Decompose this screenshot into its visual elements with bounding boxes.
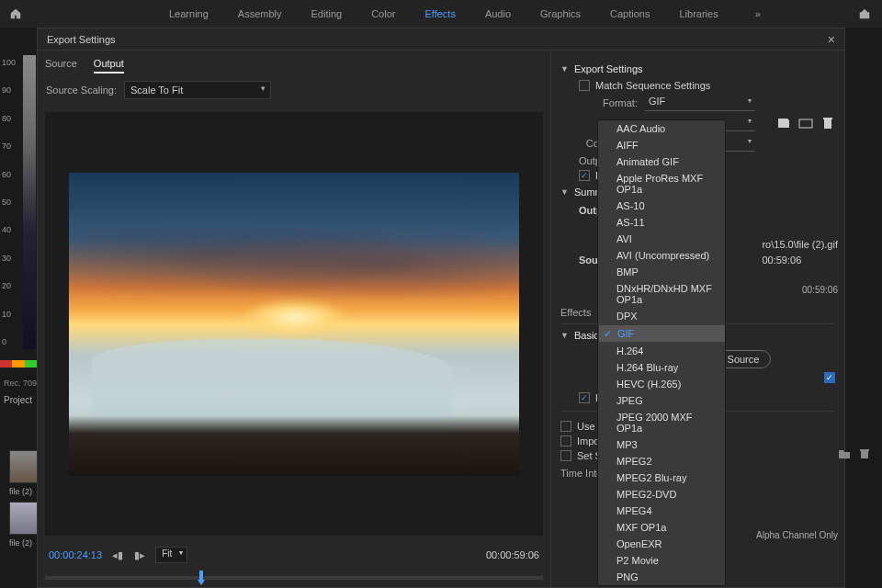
trash-icon[interactable]	[858, 448, 871, 459]
scope-ruler: 1009080706050403020100	[0, 51, 18, 354]
twirl-icon[interactable]: ▼	[560, 187, 569, 197]
tab-editing[interactable]: Editing	[311, 8, 343, 19]
format-option[interactable]: JPEG	[598, 392, 725, 409]
format-option[interactable]: Apple ProRes MXF OP1a	[598, 170, 725, 198]
zoom-select[interactable]: Fit	[155, 547, 187, 563]
format-option[interactable]: HEVC (H.265)	[598, 376, 725, 392]
preview-pane: Source Output Source Scaling: Scale To F…	[38, 51, 550, 587]
tab-effects[interactable]: Effects	[424, 8, 455, 19]
link-dimensions-checkbox[interactable]	[824, 372, 835, 383]
match-sequence-checkbox[interactable]: Match Sequence Settings	[579, 80, 835, 91]
tab-output[interactable]: Output	[94, 58, 124, 74]
format-option[interactable]: BMP	[598, 264, 725, 280]
scope-colorbar	[0, 360, 37, 373]
format-option[interactable]: DPX	[598, 308, 725, 324]
format-option[interactable]: DNxHR/DNxHD MXF OP1a	[598, 280, 725, 308]
project-panel-label: Project	[4, 395, 32, 405]
tab-audio[interactable]: Audio	[485, 8, 511, 19]
format-option[interactable]: MP3	[598, 436, 725, 453]
scope-label: Rec. 709	[4, 379, 37, 388]
twirl-icon[interactable]: ▼	[560, 64, 569, 74]
video-preview	[69, 173, 519, 476]
format-label: Format:	[579, 97, 638, 108]
format-option[interactable]: AAC Audio	[598, 120, 725, 137]
tab-captions[interactable]: Captions	[610, 8, 650, 19]
delete-preset-icon[interactable]	[820, 117, 835, 130]
prev-frame-icon[interactable]: ◂▮	[111, 548, 124, 561]
format-option[interactable]: MPEG4	[598, 503, 725, 519]
playhead-icon[interactable]	[195, 571, 208, 585]
format-option[interactable]: AS-10	[598, 198, 725, 214]
twirl-icon[interactable]: ▼	[560, 331, 569, 340]
source-output-tabs: Source Output	[45, 58, 543, 74]
format-option[interactable]: H.264	[598, 343, 725, 359]
next-frame-icon[interactable]: ▮▸	[133, 548, 146, 561]
tab-graphics[interactable]: Graphics	[540, 8, 581, 19]
save-preset-icon[interactable]	[776, 117, 791, 130]
format-option[interactable]: AIFF	[598, 137, 725, 153]
dialog-title: Export Settings	[47, 34, 116, 45]
tab-libraries[interactable]: Libraries	[679, 8, 718, 19]
format-option[interactable]: MPEG2	[598, 453, 725, 469]
format-option[interactable]: JPEG 2000 MXF OP1a	[598, 409, 725, 436]
tab-effects-settings[interactable]: Effects	[560, 307, 591, 323]
format-option[interactable]: MXF OP1a	[598, 519, 725, 536]
bg-panel-icons	[838, 448, 871, 459]
timecode-out[interactable]: 00:00:59:06	[486, 549, 539, 560]
alpha-only-label-overflow: Alpha Channel Only	[756, 530, 838, 540]
format-option[interactable]: H.264 Blu-ray	[598, 359, 725, 376]
output-path-overflow: ro\15.0\file (2).gif 00:59:06	[762, 237, 838, 267]
workspace-tabs: Learning Assembly Editing Color Effects …	[169, 8, 761, 19]
tab-assembly[interactable]: Assembly	[238, 8, 282, 19]
format-select[interactable]: GIF	[645, 95, 755, 111]
tab-color[interactable]: Color	[371, 8, 395, 19]
import-preset-icon[interactable]	[798, 117, 813, 130]
tab-learning[interactable]: Learning	[169, 8, 209, 19]
overflow-icon[interactable]: »	[755, 8, 761, 19]
timeline-scrubber[interactable]	[45, 569, 543, 587]
transport-bar: 00:00:24:13 ◂▮ ▮▸ Fit 00:00:59:06	[45, 543, 543, 567]
format-option[interactable]: P2 Movie	[598, 552, 725, 569]
scope-waveform	[23, 55, 36, 349]
source-time-overflow: 00:59:06	[802, 285, 838, 295]
dialog-titlebar: Export Settings ×	[38, 28, 844, 51]
format-option[interactable]: MPEG2 Blu-ray	[598, 469, 725, 486]
folder-icon[interactable]	[838, 448, 851, 459]
app-topbar: Learning Assembly Editing Color Effects …	[0, 0, 882, 28]
export-settings-heading: Export Settings	[574, 63, 643, 74]
svg-rect-3	[799, 119, 812, 128]
format-option[interactable]: MPEG2-DVD	[598, 486, 725, 503]
timecode-in[interactable]: 00:00:24:13	[49, 549, 102, 560]
format-option[interactable]: AVI (Uncompressed)	[598, 247, 725, 264]
tab-source[interactable]: Source	[45, 58, 77, 74]
source-scaling-label: Source Scaling:	[45, 85, 117, 96]
share-icon[interactable]	[858, 7, 871, 20]
format-option[interactable]: PNG	[598, 569, 725, 585]
format-option[interactable]: AVI	[598, 231, 725, 247]
close-icon[interactable]: ×	[828, 32, 835, 47]
format-option[interactable]: OpenEXR	[598, 536, 725, 552]
format-dropdown-list: AAC AudioAIFFAnimated GIFApple ProRes MX…	[597, 119, 726, 586]
format-option[interactable]: Animated GIF	[598, 153, 725, 170]
source-scaling-select[interactable]: Scale To Fit	[124, 81, 271, 99]
format-option[interactable]: AS-11	[598, 214, 725, 231]
home-icon[interactable]	[9, 7, 22, 20]
format-option[interactable]: QuickTime	[598, 585, 725, 586]
format-option[interactable]: GIF	[598, 324, 726, 343]
